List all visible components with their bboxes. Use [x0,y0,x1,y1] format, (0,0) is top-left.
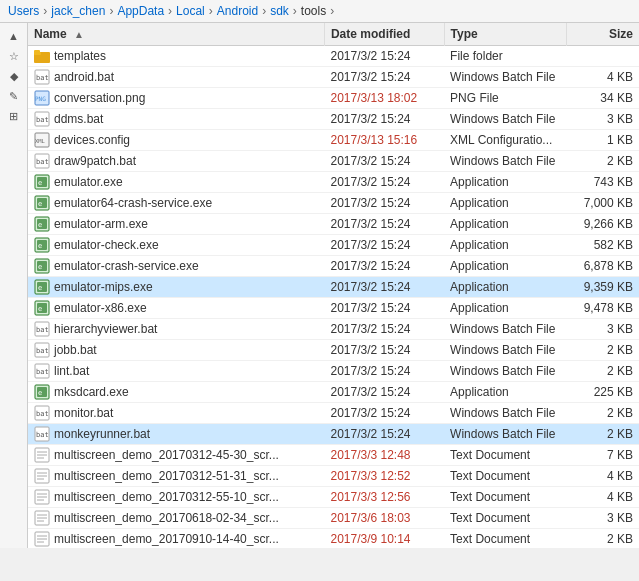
pin-icon[interactable]: ◆ [4,67,24,85]
file-name-label: devices.config [54,133,130,147]
grid-icon[interactable]: ⊞ [4,107,24,125]
table-row[interactable]: e mksdcard.exe 2017/3/2 15:24 Applicatio… [28,382,639,403]
table-row[interactable]: multiscreen_demo_20170312-45-30_scr... 2… [28,445,639,466]
file-size-cell: 2 KB [566,361,639,382]
file-type-cell: Text Document [444,487,566,508]
file-name-cell: bat lint.bat [28,361,324,382]
file-name-cell: e emulator-crash-service.exe [28,256,324,277]
file-type-cell: Application [444,235,566,256]
file-type-cell: Windows Batch File [444,319,566,340]
file-type-icon: XML [34,132,50,148]
col-header-name[interactable]: Name ▲ [28,23,324,46]
file-name-cell: multiscreen_demo_20170312-45-30_scr... [28,445,324,466]
star-icon[interactable]: ☆ [4,47,24,65]
file-name-cell: XML devices.config [28,130,324,151]
file-type-icon: e [34,279,50,295]
table-row[interactable]: e emulator-mips.exe 2017/3/2 15:24 Appli… [28,277,639,298]
svg-rect-2 [34,50,40,53]
file-type-cell: Application [444,172,566,193]
table-row[interactable]: bat monkeyrunner.bat 2017/3/2 15:24 Wind… [28,424,639,445]
table-row[interactable]: e emulator-arm.exe 2017/3/2 15:24 Applic… [28,214,639,235]
table-row[interactable]: bat jobb.bat 2017/3/2 15:24 Windows Batc… [28,340,639,361]
file-type-icon: e [34,258,50,274]
breadcrumb-android[interactable]: Android [217,4,258,18]
file-type-cell: File folder [444,46,566,67]
file-name-label: lint.bat [54,364,89,378]
table-row[interactable]: e emulator-crash-service.exe 2017/3/2 15… [28,256,639,277]
breadcrumb-local[interactable]: Local [176,4,205,18]
file-type-cell: Application [444,298,566,319]
table-row[interactable]: e emulator-check.exe 2017/3/2 15:24 Appl… [28,235,639,256]
file-type-icon [34,48,50,64]
left-panel: ▲ ☆ ◆ ✎ ⊞ [0,23,28,548]
table-row[interactable]: multiscreen_demo_20170312-51-31_scr... 2… [28,466,639,487]
svg-text:e: e [38,200,42,208]
file-date-cell: 2017/3/2 15:24 [324,403,444,424]
svg-text:e: e [38,389,42,397]
col-header-type[interactable]: Type [444,23,566,46]
breadcrumb-tools: tools [301,4,326,18]
breadcrumb-appdata[interactable]: AppData [117,4,164,18]
file-size-cell: 3 KB [566,319,639,340]
svg-text:bat: bat [36,431,49,439]
table-row[interactable]: XML devices.config 2017/3/13 15:16 XML C… [28,130,639,151]
file-type-cell: Windows Batch File [444,67,566,88]
col-header-size[interactable]: Size [566,23,639,46]
file-name-cell: bat jobb.bat [28,340,324,361]
edit-icon[interactable]: ✎ [4,87,24,105]
file-name-label: emulator-x86.exe [54,301,147,315]
file-type-icon: bat [34,69,50,85]
sort-arrow-icon: ▲ [74,29,84,40]
table-row[interactable]: bat draw9patch.bat 2017/3/2 15:24 Window… [28,151,639,172]
file-date-cell: 2017/3/2 15:24 [324,424,444,445]
table-row[interactable]: bat hierarchyviewer.bat 2017/3/2 15:24 W… [28,319,639,340]
file-size-cell: 34 KB [566,88,639,109]
file-size-cell: 4 KB [566,487,639,508]
file-table[interactable]: Name ▲ Date modified Type Size [28,23,639,548]
file-date-cell: 2017/3/2 15:24 [324,235,444,256]
file-type-cell: Application [444,193,566,214]
file-name-cell: multiscreen_demo_20170618-02-34_scr... [28,508,324,529]
table-row[interactable]: e emulator.exe 2017/3/2 15:24 Applicatio… [28,172,639,193]
svg-text:bat: bat [36,116,49,124]
col-header-date[interactable]: Date modified [324,23,444,46]
file-type-cell: PNG File [444,88,566,109]
file-size-cell: 2 KB [566,151,639,172]
table-row[interactable]: e emulator64-crash-service.exe 2017/3/2 … [28,193,639,214]
breadcrumb-users[interactable]: Users [8,4,39,18]
file-name-label: multiscreen_demo_20170312-45-30_scr... [54,448,279,462]
file-date-cell: 2017/3/2 15:24 [324,277,444,298]
table-row[interactable]: PNG conversation.png 2017/3/13 18:02 PNG… [28,88,639,109]
table-row[interactable]: multiscreen_demo_20170618-02-34_scr... 2… [28,508,639,529]
file-size-cell: 3 KB [566,508,639,529]
file-type-icon: e [34,195,50,211]
breadcrumb-jack-chen[interactable]: jack_chen [51,4,105,18]
file-type-icon: e [34,300,50,316]
table-row[interactable]: e emulator-x86.exe 2017/3/2 15:24 Applic… [28,298,639,319]
nav-up-icon[interactable]: ▲ [4,27,24,45]
file-name-label: multiscreen_demo_20170618-02-34_scr... [54,511,279,525]
file-name-label: conversation.png [54,91,145,105]
svg-text:e: e [38,179,42,187]
table-row[interactable]: bat lint.bat 2017/3/2 15:24 Windows Batc… [28,361,639,382]
file-date-cell: 2017/3/2 15:24 [324,361,444,382]
breadcrumb-sdk[interactable]: sdk [270,4,289,18]
table-row[interactable]: templates 2017/3/2 15:24 File folder [28,46,639,67]
file-type-cell: Text Document [444,445,566,466]
file-type-icon: bat [34,111,50,127]
table-header: Name ▲ Date modified Type Size [28,23,639,46]
table-row[interactable]: bat ddms.bat 2017/3/2 15:24 Windows Batc… [28,109,639,130]
table-row[interactable]: multiscreen_demo_20170312-55-10_scr... 2… [28,487,639,508]
file-name-label: emulator-mips.exe [54,280,153,294]
svg-text:PNG: PNG [35,95,46,102]
table-row[interactable]: bat android.bat 2017/3/2 15:24 Windows B… [28,67,639,88]
svg-text:e: e [38,263,42,271]
file-date-cell: 2017/3/6 18:03 [324,508,444,529]
table-row[interactable]: multiscreen_demo_20170910-14-40_scr... 2… [28,529,639,549]
file-type-cell: Text Document [444,529,566,549]
table-row[interactable]: bat monitor.bat 2017/3/2 15:24 Windows B… [28,403,639,424]
file-name-cell: e emulator.exe [28,172,324,193]
file-size-cell: 225 KB [566,382,639,403]
file-name-label: templates [54,49,106,63]
svg-text:e: e [38,284,42,292]
